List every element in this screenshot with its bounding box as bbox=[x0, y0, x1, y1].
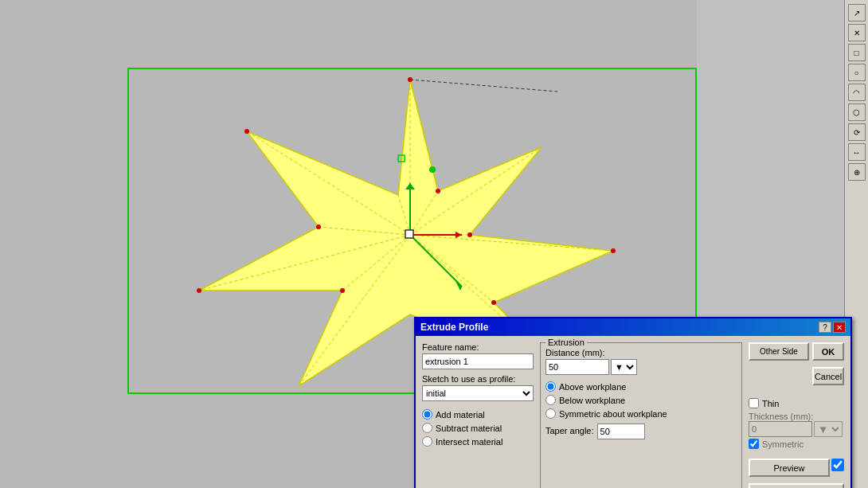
add-material-radio[interactable] bbox=[422, 409, 432, 420]
svg-line-14 bbox=[410, 80, 557, 92]
symmetric-checkbox-row: Symmetric bbox=[749, 439, 844, 449]
extrude-profile-dialog: Extrude Profile ? ✕ Feature name: Sketch… bbox=[414, 317, 852, 488]
dialog-titlebar: Extrude Profile ? ✕ bbox=[416, 318, 850, 336]
svg-point-31 bbox=[340, 288, 345, 293]
svg-marker-18 bbox=[456, 232, 462, 238]
dialog-body: Feature name: Sketch to use as profile: … bbox=[416, 336, 850, 488]
below-workplane-label: Below workplane bbox=[559, 396, 625, 405]
toolbar-close-icon[interactable]: ✕ bbox=[848, 24, 866, 41]
intersect-material-radio[interactable] bbox=[422, 436, 432, 447]
intersect-material-option[interactable]: Intersect material bbox=[422, 436, 534, 447]
below-workplane-option[interactable]: Below workplane bbox=[545, 395, 737, 405]
svg-point-25 bbox=[611, 248, 616, 253]
svg-point-29 bbox=[467, 232, 472, 237]
svg-point-28 bbox=[244, 129, 249, 134]
svg-line-11 bbox=[319, 227, 410, 235]
add-material-option[interactable]: Add material bbox=[422, 409, 534, 420]
feature-name-input[interactable] bbox=[422, 353, 534, 369]
svg-point-33 bbox=[436, 189, 440, 193]
svg-point-16 bbox=[429, 166, 436, 173]
workplane-radio-group: Above workplane Below workplane Symmetri… bbox=[545, 381, 737, 419]
dialog-right-panel: Other Side OK Cancel Thin Thickness (mm)… bbox=[749, 342, 844, 488]
subtract-material-option[interactable]: Subtract material bbox=[422, 423, 534, 433]
symmetric-workplane-radio[interactable] bbox=[545, 408, 556, 419]
toolbar-plus-icon[interactable]: ⊕ bbox=[848, 163, 866, 181]
svg-rect-23 bbox=[405, 230, 413, 238]
subtract-material-label: Subtract material bbox=[436, 424, 502, 433]
svg-line-6 bbox=[410, 235, 494, 303]
calculator-button[interactable]: Calculator bbox=[749, 483, 844, 488]
svg-line-21 bbox=[410, 235, 462, 287]
taper-input[interactable] bbox=[597, 424, 645, 439]
svg-line-3 bbox=[410, 147, 542, 235]
sketch-select[interactable]: initial bbox=[422, 385, 534, 401]
dialog-title: Extrude Profile bbox=[420, 322, 488, 333]
titlebar-buttons: ? ✕ bbox=[819, 322, 846, 333]
toolbar-rotate-icon[interactable]: ⟳ bbox=[848, 123, 866, 141]
extrusion-legend: Extrusion bbox=[545, 338, 587, 347]
svg-line-2 bbox=[410, 191, 438, 235]
svg-line-8 bbox=[299, 235, 410, 386]
thickness-label: Thickness (mm): bbox=[749, 412, 844, 421]
toolbar-arc-icon[interactable]: ◠ bbox=[848, 84, 866, 101]
taper-label: Taper angle: bbox=[545, 426, 594, 435]
svg-line-9 bbox=[342, 235, 410, 291]
svg-point-24 bbox=[408, 77, 412, 82]
below-workplane-radio[interactable] bbox=[545, 395, 556, 405]
ok-button[interactable]: OK bbox=[812, 342, 844, 361]
above-workplane-option[interactable]: Above workplane bbox=[545, 381, 737, 392]
toolbar-cursor-icon[interactable]: ↗ bbox=[848, 4, 866, 21]
svg-marker-22 bbox=[456, 281, 462, 291]
extrusion-group: Extrusion Distance (mm): ▼ Above workpla… bbox=[540, 342, 742, 488]
intersect-material-label: Intersect material bbox=[436, 437, 502, 447]
material-radio-group: Add material Subtract material Intersect… bbox=[422, 409, 534, 447]
subtract-material-radio[interactable] bbox=[422, 423, 432, 433]
other-side-button[interactable]: Other Side bbox=[749, 342, 809, 361]
distance-input[interactable] bbox=[545, 359, 609, 375]
preview-button[interactable]: Preview bbox=[749, 459, 830, 477]
svg-line-13 bbox=[398, 195, 410, 235]
toolbar-mirror-icon[interactable]: ↔ bbox=[848, 143, 866, 161]
symmetric-workplane-label: Symmetric about workplane bbox=[559, 409, 667, 419]
help-button[interactable]: ? bbox=[819, 322, 831, 333]
toolbar-rect-icon[interactable]: □ bbox=[848, 44, 866, 61]
svg-point-32 bbox=[316, 224, 321, 229]
add-material-label: Add material bbox=[436, 410, 485, 420]
preview-checkbox[interactable] bbox=[831, 459, 844, 471]
toolbar-polygon-icon[interactable]: ⬡ bbox=[848, 103, 866, 121]
thickness-unit-select: ▼ bbox=[814, 421, 843, 437]
sketch-label: Sketch to use as profile: bbox=[422, 374, 534, 384]
svg-line-10 bbox=[199, 235, 410, 291]
taper-row: Taper angle: bbox=[545, 424, 737, 439]
symmetric-checkbox[interactable] bbox=[749, 439, 759, 449]
svg-line-5 bbox=[410, 235, 613, 251]
above-workplane-radio[interactable] bbox=[545, 381, 556, 392]
distance-label: Distance (mm): bbox=[545, 348, 737, 357]
feature-name-label: Feature name: bbox=[422, 342, 534, 352]
dialog-left-panel: Feature name: Sketch to use as profile: … bbox=[422, 342, 534, 488]
thin-label: Thin bbox=[762, 399, 779, 408]
thickness-input[interactable] bbox=[749, 421, 812, 437]
symmetric-workplane-option[interactable]: Symmetric about workplane bbox=[545, 408, 737, 419]
symmetric-label: Symmetric bbox=[762, 439, 803, 449]
close-button[interactable]: ✕ bbox=[833, 322, 846, 333]
thin-checkbox[interactable] bbox=[749, 398, 759, 408]
cancel-button[interactable]: Cancel bbox=[812, 367, 844, 385]
toolbar-circle-icon[interactable]: ○ bbox=[848, 64, 866, 81]
above-workplane-label: Above workplane bbox=[559, 382, 626, 392]
distance-row: ▼ bbox=[545, 359, 737, 375]
svg-point-27 bbox=[197, 288, 201, 293]
distance-unit-select[interactable]: ▼ bbox=[611, 359, 637, 375]
svg-point-30 bbox=[491, 300, 496, 305]
thin-checkbox-row: Thin bbox=[749, 398, 844, 408]
svg-line-12 bbox=[247, 131, 410, 235]
svg-marker-20 bbox=[405, 183, 415, 189]
svg-rect-15 bbox=[398, 155, 405, 162]
